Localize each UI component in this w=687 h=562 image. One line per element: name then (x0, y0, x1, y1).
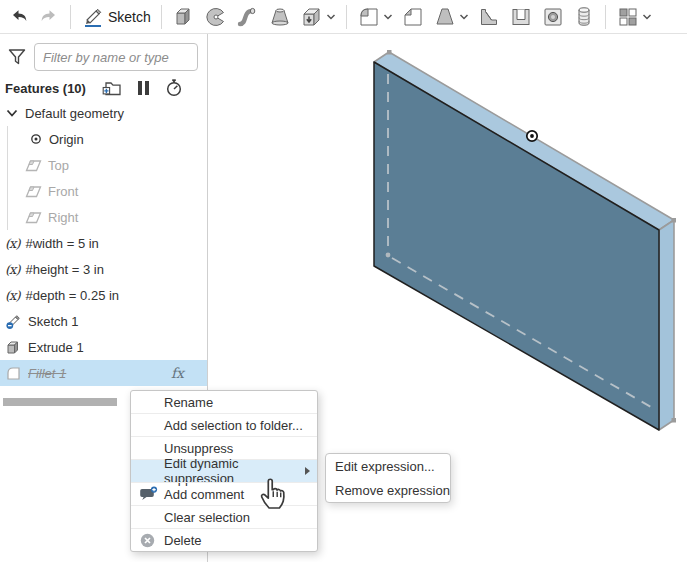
chevron-down-icon[interactable] (642, 13, 652, 21)
chevron-down-icon[interactable] (326, 13, 336, 21)
pattern-button[interactable] (612, 2, 656, 32)
redo-button[interactable] (34, 2, 64, 32)
chamfer-button[interactable] (397, 2, 429, 32)
plane-icon (25, 184, 42, 199)
add-folder-icon[interactable] (102, 80, 122, 97)
tree-item-variable-depth[interactable]: (x) #depth = 0.25 in (0, 282, 207, 308)
tree-item-fillet1[interactable]: Fillet 1 fx (0, 360, 207, 386)
fillet-icon (357, 5, 381, 29)
plane-icon (25, 210, 42, 225)
menu-item-label: Unsuppress (164, 441, 233, 456)
origin-icon (29, 132, 43, 146)
undo-button[interactable] (4, 2, 34, 32)
filter-icon[interactable] (7, 47, 27, 67)
toolbar-separator (161, 5, 162, 29)
toolbar-separator (346, 5, 347, 29)
sweep-button[interactable] (232, 2, 264, 32)
tree-item-label: Front (48, 184, 78, 199)
fx-expression-badge[interactable]: fx (171, 365, 184, 381)
horizontal-scrollbar-thumb[interactable] (3, 398, 117, 406)
part-vertex-dot (672, 218, 677, 223)
tree-item-label: #depth = 0.25 in (25, 288, 119, 303)
tree-item-label: Default geometry (25, 106, 124, 121)
thread-button[interactable] (569, 2, 599, 32)
shell-icon (509, 5, 533, 29)
thicken-icon (300, 5, 324, 29)
suppression-submenu: Edit expression... Remove expression (325, 453, 451, 503)
shell-button[interactable] (505, 2, 537, 32)
delete-icon (139, 532, 156, 549)
thicken-button[interactable] (296, 2, 340, 32)
loft-icon (268, 5, 292, 29)
onshape-part-studio: Sketch (0, 0, 687, 562)
sweep-icon (236, 5, 260, 29)
tree-item-label: #height = 3 in (25, 262, 103, 277)
tree-item-top-plane[interactable]: Top (0, 152, 207, 178)
filter-row (0, 34, 207, 74)
sketch-feature-icon (5, 313, 22, 330)
tree-item-front-plane[interactable]: Front (0, 178, 207, 204)
tree-item-origin[interactable]: Origin (0, 126, 207, 152)
add-comment-icon (139, 486, 158, 503)
part-vertex-dot (387, 50, 392, 55)
draft-icon (433, 5, 457, 29)
tree-item-default-geometry[interactable]: Default geometry (0, 100, 207, 126)
toolbar-separator (605, 5, 606, 29)
menu-item-label: Rename (164, 395, 213, 410)
features-title: Features (10) (5, 81, 86, 96)
redo-icon (38, 6, 60, 28)
chamfer-icon (401, 5, 425, 29)
revolve-button[interactable] (200, 2, 232, 32)
feature-toolbar: Sketch (0, 0, 687, 34)
fillet-feature-icon (5, 365, 22, 382)
loft-button[interactable] (264, 2, 296, 32)
fillet-button[interactable] (353, 2, 397, 32)
mate-connector-icon[interactable] (527, 131, 537, 141)
tree-item-label: #width = 5 in (25, 236, 98, 251)
variable-icon: (x) (5, 262, 19, 277)
submenu-item-edit-expression[interactable]: Edit expression... (326, 454, 450, 478)
feature-tree: Default geometry Origin Top (0, 100, 207, 386)
menu-item-label: Add selection to folder... (164, 418, 303, 433)
menu-item-label: Add comment (164, 487, 244, 502)
submenu-item-remove-expression[interactable]: Remove expression (326, 478, 450, 502)
menu-item-delete[interactable]: Delete (131, 528, 317, 551)
menu-item-label: Remove expression (335, 483, 450, 498)
filter-input[interactable] (34, 43, 198, 71)
extrude-button[interactable] (168, 2, 200, 32)
tree-item-extrude1[interactable]: Extrude 1 (0, 334, 207, 360)
draft-button[interactable] (429, 2, 473, 32)
thread-icon (573, 5, 595, 29)
chevron-down-icon[interactable] (383, 13, 393, 21)
sketch-pencil-icon (81, 5, 105, 29)
menu-item-add-selection-to-folder[interactable]: Add selection to folder... (131, 413, 317, 436)
menu-item-label: Delete (164, 533, 202, 548)
chevron-expanded-icon[interactable] (5, 106, 19, 120)
part-front-face[interactable] (374, 62, 659, 430)
timer-icon[interactable] (165, 79, 183, 97)
pattern-icon (616, 5, 640, 29)
tree-item-sketch1[interactable]: Sketch 1 (0, 308, 207, 334)
tree-item-label: Right (48, 210, 78, 225)
tree-item-label: Origin (49, 132, 84, 147)
tree-item-label: Top (48, 158, 69, 173)
tree-item-right-plane[interactable]: Right (0, 204, 207, 230)
revolve-icon (204, 5, 228, 29)
variable-icon: (x) (5, 236, 19, 251)
chevron-down-icon[interactable] (459, 13, 469, 21)
pause-rollback-icon[interactable] (137, 80, 150, 96)
sketch-button-label: Sketch (108, 9, 151, 25)
tree-item-label: Extrude 1 (28, 340, 84, 355)
toolbar-separator (70, 5, 71, 29)
tree-item-variable-width[interactable]: (x) #width = 5 in (0, 230, 207, 256)
plane-icon (25, 158, 42, 173)
features-header: Features (10) (0, 74, 207, 100)
menu-item-label: Edit expression... (335, 459, 435, 474)
hole-icon (541, 5, 565, 29)
sketch-button[interactable]: Sketch (77, 2, 155, 32)
part-side-face[interactable] (659, 220, 674, 430)
tree-item-variable-height[interactable]: (x) #height = 3 in (0, 256, 207, 282)
menu-item-rename[interactable]: Rename (131, 391, 317, 413)
rib-button[interactable] (473, 2, 505, 32)
hole-button[interactable] (537, 2, 569, 32)
